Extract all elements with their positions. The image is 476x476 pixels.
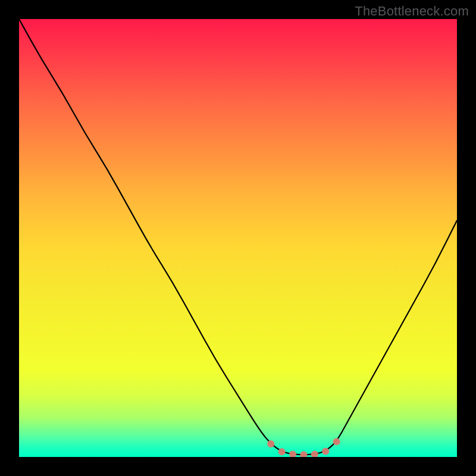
marker-point [322,447,329,455]
plot-area [19,19,457,457]
plot-svg [19,19,457,457]
watermark: TheBottleneck.com [355,4,469,19]
marker-point [267,440,274,447]
marker-point [311,451,318,457]
bottleneck-curve [19,19,457,455]
marker-point [333,438,340,445]
marker-point [289,451,296,457]
chart-frame: TheBottleneck.com [0,0,476,476]
marker-point [278,448,286,455]
marker-point [300,451,307,457]
